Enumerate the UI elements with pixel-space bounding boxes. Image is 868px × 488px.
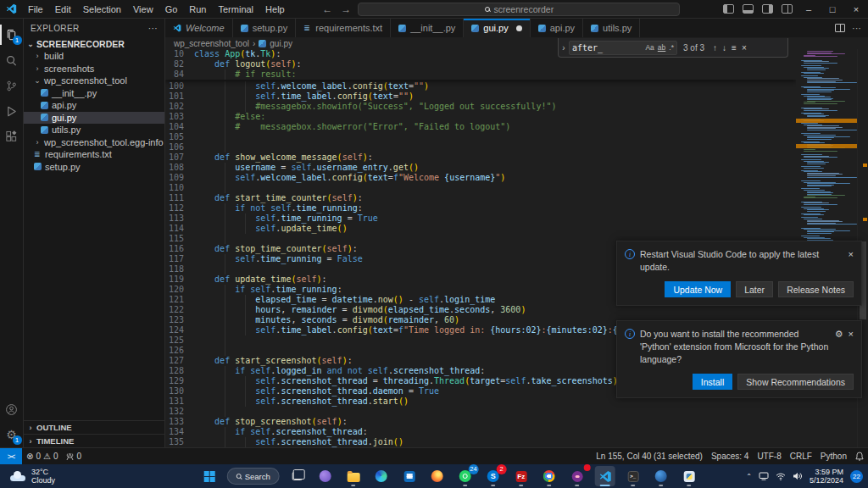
notification-close-icon[interactable]: × xyxy=(849,328,854,366)
display-icon[interactable] xyxy=(759,472,769,480)
regex-icon[interactable]: .* xyxy=(669,43,674,52)
explorer-item[interactable]: utils.py xyxy=(24,124,164,136)
split-editor-icon[interactable] xyxy=(835,24,845,32)
explorer-item[interactable]: ›screenshots xyxy=(24,63,164,75)
minimize-button[interactable]: – xyxy=(797,0,821,19)
whole-word-icon[interactable]: ab xyxy=(658,43,665,52)
ports-indicator[interactable]: 0 xyxy=(62,452,86,461)
menu-run[interactable]: Run xyxy=(183,0,212,19)
match-case-icon[interactable]: Aa xyxy=(645,43,654,52)
taskbar-file-explorer[interactable] xyxy=(343,466,364,486)
volume-icon[interactable] xyxy=(793,472,803,480)
section-outline[interactable]: ›OUTLINE xyxy=(24,420,164,434)
show-recommendations-button[interactable]: Show Recommendations xyxy=(737,374,854,390)
command-center-search[interactable]: screenrecorder xyxy=(358,3,680,16)
breadcrumb-item[interactable]: wp_screenshot_tool xyxy=(174,39,249,48)
tab-requirements-txt[interactable]: ≣requirements.txt xyxy=(296,19,391,37)
tab-utils-py[interactable]: utils.py xyxy=(583,19,640,37)
customize-layout-icon[interactable] xyxy=(782,4,793,14)
activity-settings-icon[interactable]: ⚙1 xyxy=(0,422,24,447)
menu-view[interactable]: View xyxy=(127,0,159,19)
install-button[interactable]: Install xyxy=(693,374,732,390)
find-next-icon[interactable]: ↓ xyxy=(722,43,726,53)
breadcrumb-item[interactable]: gui.py xyxy=(270,39,292,48)
activity-run-debug-icon[interactable] xyxy=(0,98,24,124)
tab-gui-py[interactable]: gui.py xyxy=(464,19,530,37)
tab-api-py[interactable]: api.py xyxy=(531,19,583,37)
activity-extensions-icon[interactable] xyxy=(0,124,24,149)
taskbar-search[interactable]: Search xyxy=(227,466,280,486)
taskbar-whatsapp[interactable]: 24 xyxy=(455,466,476,486)
activity-search-icon[interactable] xyxy=(0,47,24,73)
taskbar-skype[interactable]: S2 xyxy=(483,466,504,486)
find-in-selection-icon[interactable]: ≡ xyxy=(732,43,737,53)
section-timeline[interactable]: ›TIMELINE xyxy=(24,434,164,447)
find-close-icon[interactable]: × xyxy=(742,43,747,53)
status-eol[interactable]: CRLF xyxy=(786,452,816,461)
notification-count-badge[interactable]: 22 xyxy=(850,470,863,483)
taskbar-start[interactable] xyxy=(199,466,220,486)
taskbar-python-app[interactable] xyxy=(679,466,699,486)
menu-selection[interactable]: Selection xyxy=(77,0,127,19)
remote-indicator[interactable]: >< xyxy=(0,448,22,464)
taskbar-firefox[interactable] xyxy=(427,466,448,486)
notification-settings-gear-icon[interactable]: ⚙ xyxy=(835,328,843,366)
activity-account-icon[interactable] xyxy=(0,396,24,422)
menu-go[interactable]: Go xyxy=(159,0,184,19)
explorer-item[interactable]: gui.py xyxy=(24,112,164,125)
find-toggle-replace-icon[interactable]: › xyxy=(559,43,569,53)
taskbar-filezilla[interactable]: Fz xyxy=(511,466,531,486)
tray-chevron-up-icon[interactable]: ⌃ xyxy=(746,473,752,480)
menu-help[interactable]: Help xyxy=(259,0,291,19)
toggle-secondary-sidebar-icon[interactable] xyxy=(762,4,773,14)
taskbar-vscode[interactable] xyxy=(595,466,615,486)
taskbar-search[interactable]: Search xyxy=(227,468,280,485)
explorer-root-folder[interactable]: ⌄ SCREENRECORDER xyxy=(24,37,164,50)
explorer-item[interactable]: setup.py xyxy=(24,161,164,174)
activity-source-control-icon[interactable] xyxy=(0,73,24,98)
status-indentation[interactable]: Spaces: 4 xyxy=(707,452,753,461)
clock[interactable]: 3:59 PM 5/12/2024 xyxy=(810,468,843,485)
explorer-item[interactable]: ≣requirements.txt xyxy=(24,148,164,161)
taskbar-blue-app[interactable] xyxy=(651,466,671,486)
problems-indicator[interactable]: ⊗0 ⚠0 xyxy=(22,452,62,461)
taskbar-chrome[interactable] xyxy=(539,466,559,486)
find-input[interactable]: after_ Aa ab .* xyxy=(569,41,677,55)
find-previous-icon[interactable]: ↑ xyxy=(713,43,717,53)
editor-more-actions-icon[interactable]: ··· xyxy=(852,23,861,33)
explorer-item[interactable]: api.py xyxy=(24,99,164,112)
explorer-item[interactable]: ›wp_screenshot_tool.egg-info xyxy=(24,136,164,149)
toggle-panel-icon[interactable] xyxy=(743,4,754,14)
explorer-item[interactable]: ⌄wp_screenshot_tool xyxy=(24,75,164,87)
menu-terminal[interactable]: Terminal xyxy=(213,0,260,19)
taskbar-terminal[interactable]: >_ xyxy=(623,466,643,486)
update-now-button[interactable]: Update Now xyxy=(665,281,731,297)
tab--init-py[interactable]: __init__.py xyxy=(391,19,464,37)
weather-widget[interactable]: 32°C Cloudy xyxy=(0,468,144,485)
activity-explorer-icon[interactable]: 1 xyxy=(0,22,24,47)
explorer-item[interactable]: ›build xyxy=(24,50,164,63)
status-cursor-position[interactable]: Ln 155, Col 40 (31 selected) xyxy=(592,452,707,461)
menu-edit[interactable]: Edit xyxy=(49,0,77,19)
menu-file[interactable]: File xyxy=(22,0,49,19)
taskbar-chat-app[interactable] xyxy=(315,466,336,486)
taskbar-store[interactable] xyxy=(399,466,420,486)
maximize-button[interactable]: □ xyxy=(821,0,844,19)
explorer-item[interactable]: __init__.py xyxy=(24,87,164,100)
taskbar-edge[interactable] xyxy=(371,466,392,486)
back-arrow-icon[interactable]: ← xyxy=(322,3,332,15)
taskbar-task-view[interactable] xyxy=(287,466,308,486)
toggle-sidebar-icon[interactable] xyxy=(723,4,734,14)
notifications-bell-icon[interactable] xyxy=(851,452,868,461)
close-button[interactable]: × xyxy=(844,0,868,19)
explorer-more-actions-icon[interactable]: ··· xyxy=(148,24,158,33)
forward-arrow-icon[interactable]: → xyxy=(341,3,351,15)
taskbar-media-app[interactable] xyxy=(567,466,587,486)
status-language-mode[interactable]: Python xyxy=(816,452,851,461)
release-notes-button[interactable]: Release Notes xyxy=(778,281,854,297)
notification-close-icon[interactable]: × xyxy=(849,248,854,274)
tab-welcome[interactable]: Welcome xyxy=(165,19,233,37)
later-button[interactable]: Later xyxy=(736,281,773,297)
status-encoding[interactable]: UTF-8 xyxy=(753,452,785,461)
tab-setup-py[interactable]: setup.py xyxy=(233,19,297,37)
